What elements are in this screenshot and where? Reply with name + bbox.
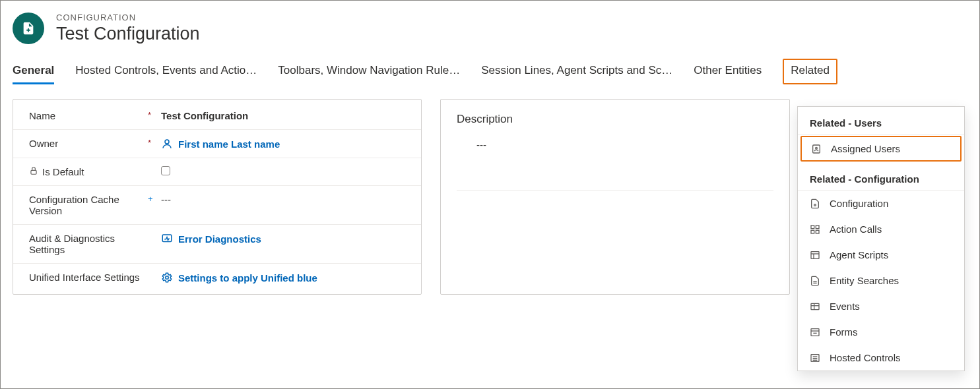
divider — [457, 190, 773, 191]
ui-settings-label: Unified Interface Settings — [29, 272, 148, 283]
required-marker: * — [148, 138, 156, 148]
svg-point-5 — [816, 147, 818, 149]
related-group-users-title: Related - Users — [798, 107, 964, 135]
table-icon — [810, 301, 820, 312]
person-icon — [161, 138, 173, 150]
svg-rect-16 — [811, 303, 819, 309]
svg-point-3 — [166, 276, 169, 280]
tab-session-lines[interactable]: Session Lines, Agent Scripts and Sc… — [481, 59, 672, 84]
name-field[interactable]: Test Configuration — [161, 110, 405, 121]
is-default-field — [161, 166, 405, 175]
name-label: Name — [29, 110, 148, 121]
description-label: Description — [441, 102, 789, 126]
required-marker: * — [148, 110, 156, 120]
related-configuration[interactable]: Configuration — [798, 191, 964, 216]
related-agent-scripts[interactable]: Agent Scripts — [798, 242, 964, 268]
settings-icon — [161, 272, 173, 284]
cache-version-field[interactable]: --- — [161, 194, 405, 205]
tab-other-entities[interactable]: Other Entities — [694, 59, 762, 84]
related-assigned-users[interactable]: Assigned Users — [800, 136, 962, 162]
file-gear-icon — [810, 198, 820, 209]
owner-link[interactable]: First name Last name — [178, 138, 280, 150]
tab-general[interactable]: General — [13, 59, 54, 84]
lock-icon — [29, 166, 38, 177]
breadcrumb: CONFIGURATION — [56, 13, 200, 22]
recommended-marker: + — [148, 194, 156, 204]
svg-point-6 — [814, 204, 816, 206]
description-panel: Description --- — [440, 99, 790, 295]
svg-rect-10 — [816, 230, 819, 233]
ui-settings-field[interactable]: Settings to apply Unified blue — [161, 272, 405, 284]
related-action-calls[interactable]: Action Calls — [798, 216, 964, 242]
tab-hosted-controls[interactable]: Hosted Controls, Events and Actio… — [75, 59, 257, 84]
general-panel: Name * Test Configuration Owner * First … — [13, 99, 422, 295]
page-title: Test Configuration — [56, 24, 200, 44]
audit-settings-field[interactable]: Error Diagnostics — [161, 233, 405, 245]
audit-settings-link[interactable]: Error Diagnostics — [178, 233, 261, 245]
tab-bar: General Hosted Controls, Events and Acti… — [1, 59, 979, 84]
tab-related[interactable]: Related — [783, 59, 837, 84]
related-hosted-controls[interactable]: Hosted Controls — [798, 345, 964, 371]
svg-rect-7 — [811, 225, 814, 229]
configuration-icon — [13, 13, 44, 44]
grid-icon — [810, 224, 820, 235]
audit-settings-label: Audit & Diagnostics Settings — [29, 233, 148, 255]
owner-field[interactable]: First name Last name — [161, 138, 405, 150]
is-default-label: Is Default — [29, 166, 148, 177]
ui-settings-link[interactable]: Settings to apply Unified blue — [178, 272, 317, 284]
tab-toolbars[interactable]: Toolbars, Window Navigation Rule… — [278, 59, 460, 84]
svg-point-0 — [165, 140, 169, 144]
svg-rect-9 — [811, 230, 814, 233]
svg-rect-1 — [31, 170, 36, 174]
svg-rect-11 — [811, 251, 819, 258]
is-default-checkbox — [161, 166, 170, 175]
description-field[interactable]: --- — [441, 126, 789, 164]
related-events[interactable]: Events — [798, 293, 964, 319]
list-icon — [810, 353, 820, 363]
svg-rect-19 — [811, 328, 819, 336]
related-dropdown: Related - Users Assigned Users Related -… — [797, 106, 965, 371]
related-entity-searches[interactable]: Entity Searches — [798, 268, 964, 293]
related-group-config-title: Related - Configuration — [798, 163, 964, 191]
user-settings-icon — [811, 144, 822, 154]
related-forms[interactable]: Forms — [798, 319, 964, 345]
owner-label: Owner — [29, 138, 148, 149]
layout-icon — [810, 250, 820, 260]
cache-version-label: Configuration Cache Version — [29, 194, 148, 216]
diagnostics-icon — [161, 233, 173, 245]
document-icon — [810, 276, 820, 286]
svg-rect-8 — [816, 225, 819, 229]
page-header: CONFIGURATION Test Configuration — [1, 1, 979, 51]
form-icon — [810, 327, 820, 338]
